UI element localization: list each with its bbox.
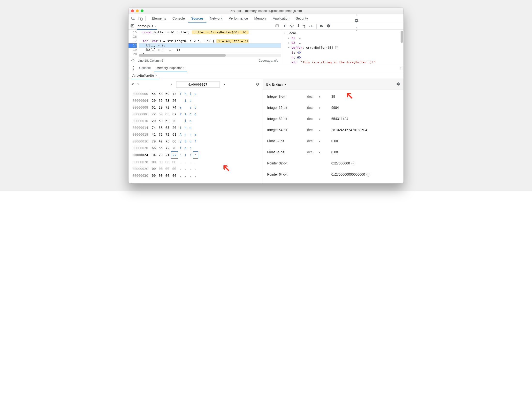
hex-ascii[interactable]: .	[188, 159, 193, 166]
drawer-tab-console[interactable]: Console	[136, 64, 154, 72]
hex-ascii[interactable]: .	[183, 172, 188, 179]
hex-byte[interactable]: 72	[164, 131, 171, 138]
hex-ascii[interactable]: n	[188, 118, 193, 124]
hex-viewer[interactable]: 0000000054686973This0000000420697320 is …	[129, 89, 263, 183]
hex-ascii[interactable]: i	[183, 111, 188, 118]
hex-ascii[interactable]: f	[178, 145, 183, 152]
value-format-select[interactable]: dec	[307, 95, 327, 98]
vertical-scrollbar[interactable]	[401, 30, 403, 64]
tab-console[interactable]: Console	[169, 14, 188, 23]
hex-byte[interactable]: 20	[171, 118, 178, 124]
step-into-icon[interactable]	[297, 24, 300, 29]
hex-ascii[interactable]: s	[188, 97, 193, 104]
hex-byte[interactable]: 65	[164, 124, 171, 131]
hex-offset[interactable]: 00000014	[131, 124, 150, 131]
hex-ascii[interactable]: a	[178, 104, 183, 111]
drawer-close-icon[interactable]: ×	[400, 66, 402, 70]
hex-byte[interactable]: 72	[164, 145, 171, 152]
hex-byte[interactable]: 69	[157, 111, 164, 118]
hex-offset[interactable]: 0000001C	[131, 138, 150, 145]
hex-ascii[interactable]: i	[183, 97, 188, 104]
value-format-select[interactable]: dec	[307, 106, 327, 110]
hex-byte[interactable]: 61	[171, 131, 178, 138]
hex-byte[interactable]: 61	[150, 104, 157, 111]
hex-ascii[interactable]: .	[188, 172, 193, 179]
hex-byte[interactable]: 6E	[164, 111, 171, 118]
scope-var-buffer[interactable]: buffer: ArrayBuffer(60) ⋯	[288, 45, 402, 50]
hex-offset[interactable]: 00000020	[131, 145, 150, 152]
hex-ascii[interactable]: y	[178, 138, 183, 145]
hex-ascii[interactable]: t	[193, 104, 198, 111]
hex-ascii[interactable]: f	[193, 138, 198, 145]
hex-ascii[interactable]: A	[178, 131, 183, 138]
hex-byte[interactable]: 00	[157, 172, 164, 179]
hex-byte[interactable]: 41	[150, 131, 157, 138]
scope-var-i[interactable]: i: 40	[288, 50, 402, 55]
address-prev-icon[interactable]: ‹	[169, 82, 174, 87]
jump-to-address-icon[interactable]: →	[351, 162, 355, 165]
hex-ascii[interactable]: .	[193, 165, 198, 172]
hex-ascii[interactable]: e	[183, 145, 188, 152]
jump-to-address-icon[interactable]: →	[366, 173, 370, 177]
refresh-icon[interactable]: ⟳	[256, 82, 260, 87]
value-format-select[interactable]: dec	[307, 128, 327, 132]
hex-offset[interactable]: 00000030	[131, 172, 150, 179]
resume-icon[interactable]	[283, 24, 287, 29]
step-out-icon[interactable]	[303, 24, 306, 29]
memory-tab-arraybuffer[interactable]: ArrayBuffer(60) ×	[130, 72, 159, 79]
hex-byte[interactable]: 00	[150, 172, 157, 179]
tab-performance[interactable]: Performance	[226, 14, 251, 23]
hex-byte[interactable]: 66	[150, 145, 157, 152]
hex-byte[interactable]: 69	[157, 97, 164, 104]
scope-local-header[interactable]: Local	[284, 31, 402, 36]
hex-byte[interactable]: 54	[150, 90, 157, 97]
hex-byte[interactable]: 3A	[150, 152, 157, 159]
inspect-element-icon[interactable]	[130, 15, 137, 22]
hex-offset[interactable]: 00000028	[131, 159, 150, 166]
hex-byte[interactable]: 68	[157, 90, 164, 97]
hex-ascii[interactable]: i	[183, 118, 188, 124]
hex-byte[interactable]: 00	[164, 165, 171, 172]
scope-var-b1[interactable]: b1: …	[288, 36, 402, 40]
hex-byte[interactable]: 20	[150, 118, 157, 124]
scope-pane[interactable]: Local b1: … b2: … buffer: ArrayBuffer(60…	[281, 30, 403, 64]
hex-ascii[interactable]: B	[183, 138, 188, 145]
scope-var-str[interactable]: str: "This is a string in the ArrayBuffe…	[288, 60, 402, 64]
hex-ascii[interactable]: .	[183, 159, 188, 166]
hex-ascii[interactable]: .	[188, 165, 193, 172]
hex-ascii[interactable]: '	[193, 152, 198, 159]
hex-ascii[interactable]	[178, 118, 183, 124]
hex-ascii[interactable]: r	[188, 131, 193, 138]
hex-byte[interactable]: 73	[164, 104, 171, 111]
hex-ascii[interactable]	[193, 145, 198, 152]
hex-ascii[interactable]: a	[193, 131, 198, 138]
hex-byte[interactable]: 72	[157, 131, 164, 138]
hex-byte[interactable]: 79	[150, 138, 157, 145]
address-input[interactable]	[176, 81, 220, 88]
scope-var-n[interactable]: n: 60	[288, 55, 402, 60]
hex-ascii[interactable]	[178, 97, 183, 104]
value-format-select[interactable]: dec	[307, 150, 327, 154]
hex-ascii[interactable]: s	[193, 90, 198, 97]
tab-network[interactable]: Network	[207, 14, 225, 23]
hex-ascii[interactable]: g	[193, 111, 198, 118]
hex-ascii[interactable]: .	[193, 172, 198, 179]
horizontal-scrollbar[interactable]	[139, 54, 281, 57]
run-snippet-icon[interactable]	[275, 24, 279, 28]
hex-ascii[interactable]: u	[188, 138, 193, 145]
address-next-icon[interactable]: ›	[222, 82, 226, 87]
close-icon[interactable]: ×	[182, 66, 184, 70]
hex-ascii[interactable]: h	[183, 124, 188, 131]
step-icon[interactable]	[309, 24, 313, 28]
hex-ascii[interactable]: .	[193, 159, 198, 166]
value-settings-gear-icon[interactable]	[396, 82, 400, 87]
hex-ascii[interactable]: .	[183, 165, 188, 172]
hex-ascii[interactable]: !	[188, 152, 193, 159]
pause-on-exceptions-icon[interactable]	[327, 24, 330, 28]
value-format-select[interactable]: dec	[307, 117, 327, 121]
file-tab-demo-js[interactable]: demo-js.js ×	[137, 23, 157, 30]
close-icon[interactable]: ×	[155, 24, 157, 28]
hex-byte[interactable]: 73	[164, 97, 171, 104]
hex-offset[interactable]: 00000018	[131, 131, 150, 138]
hex-byte[interactable]: 00	[150, 165, 157, 172]
